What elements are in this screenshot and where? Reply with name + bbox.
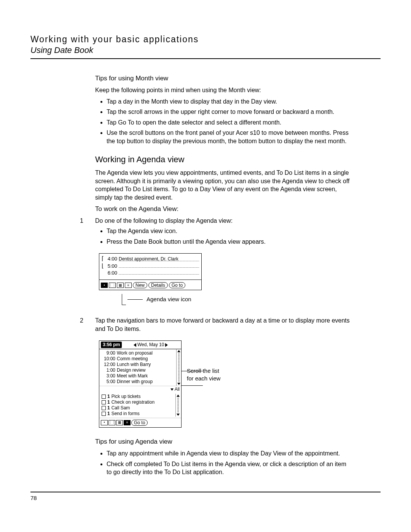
scroll-up-icon[interactable]	[177, 350, 180, 352]
header-sub: Using Date Book	[30, 45, 381, 55]
todo-list: 1Pick up tickets 1Check on registration …	[102, 394, 175, 417]
list-item: Tap a day in the Month view to display t…	[107, 97, 350, 106]
prev-day-icon[interactable]	[134, 343, 136, 347]
header-rule	[30, 58, 381, 59]
next-day-icon[interactable]	[165, 343, 168, 347]
checkbox-icon[interactable]	[102, 406, 106, 410]
list-item: Check off completed To Do List items in …	[107, 460, 350, 476]
list-item: Tap Go To to open the date selector and …	[107, 118, 350, 127]
time-label: 5:00	[104, 263, 119, 270]
list-item: Tap the scroll arrows in the upper right…	[107, 108, 350, 116]
date-nav[interactable]: Wed, May 10	[122, 342, 180, 348]
list-item: Press the Date Book button until the Age…	[107, 238, 350, 246]
step-text: Do one of the following to display the A…	[95, 217, 350, 225]
week-view-icon[interactable]: ⋮⋮	[108, 420, 115, 425]
checkbox-icon[interactable]	[102, 395, 106, 399]
month-tips-title: Tips for using Month view	[95, 74, 350, 83]
list-item[interactable]: 1:00Design review	[102, 367, 175, 373]
date-label: Wed, May 10	[137, 342, 164, 348]
month-view-icon[interactable]: ▦	[117, 283, 124, 288]
goto-button[interactable]: Go to	[131, 420, 148, 426]
details-button[interactable]: Details	[148, 282, 168, 288]
checkbox-icon[interactable]	[102, 412, 106, 416]
day-view-icon[interactable]: •	[101, 420, 108, 425]
figure-agenda-view: 3:56 pm Wed, May 10 9:00Work on proposal…	[99, 340, 350, 428]
scrollbar[interactable]	[176, 349, 181, 386]
clock-display: 3:56 pm	[101, 342, 122, 348]
scroll-up-icon[interactable]	[177, 395, 180, 397]
time-label: 6:00	[104, 270, 119, 276]
figure-day-view: ⌈ 4:00 Dentist appoinment, Dr. Clark ⌊ 5…	[99, 253, 202, 305]
month-view-icon[interactable]: ▦	[116, 420, 123, 425]
callout: Agenda view icon	[122, 294, 202, 305]
selection-bracket-icon: ⌈	[102, 257, 104, 260]
month-tips-intro: Keep the following points in mind when u…	[95, 86, 350, 94]
step-number: 2	[80, 316, 95, 333]
callout-label: Agenda view icon	[147, 296, 191, 303]
step-2: 2 Tap the navigation bars to move forwar…	[80, 316, 350, 333]
appointment-text[interactable]: Dentist appoinment, Dr. Clark	[119, 256, 199, 261]
list-item[interactable]: 1Pick up tickets	[102, 394, 175, 399]
step-1: 1 Do one of the following to display the…	[80, 217, 350, 225]
agenda-tips-title: Tips for using Agenda view	[95, 438, 350, 446]
list-item[interactable]: 10:00Comm meeting	[102, 356, 175, 362]
empty-slot[interactable]	[119, 263, 199, 268]
scroll-down-icon[interactable]	[177, 414, 180, 416]
step1-bullets: Tap the Agenda view icon. Press the Date…	[95, 227, 350, 246]
step-number: 1	[80, 217, 95, 225]
list-item[interactable]: 9:00Work on proposal	[102, 350, 175, 356]
appointment-list: 9:00Work on proposal 10:00Comm meeting 1…	[99, 349, 176, 386]
agenda-intro: The Agenda view lets you view appointmen…	[95, 169, 350, 201]
agenda-title: Working in Agenda view	[95, 154, 350, 165]
list-item[interactable]: 1Send in forms	[102, 411, 175, 417]
goto-button[interactable]: Go to	[169, 282, 185, 288]
list-item[interactable]: 1Call Sam	[102, 405, 175, 411]
list-item[interactable]: 5:00Dinner with group	[102, 379, 175, 385]
time-label: 4:00	[104, 256, 119, 262]
scrollbar[interactable]	[175, 394, 180, 417]
callout: Scroll the list for each view	[187, 340, 220, 383]
list-item[interactable]: 12:00Lunch with Barry	[102, 362, 175, 367]
empty-slot[interactable]	[119, 270, 199, 275]
list-item[interactable]: 3:00Meet with Mark	[102, 373, 175, 379]
dropdown-icon[interactable]	[170, 388, 174, 391]
page-number: 78	[30, 495, 381, 501]
new-button[interactable]: New	[133, 282, 147, 288]
day-view-icon[interactable]: •	[101, 283, 108, 288]
list-item: Use the scroll buttons on the front pane…	[107, 129, 350, 145]
list-item[interactable]: 1Check on registration	[102, 399, 175, 405]
callout-label: for each view	[187, 375, 220, 382]
scroll-down-icon[interactable]	[177, 383, 180, 385]
week-view-icon[interactable]: ⋮⋮	[109, 283, 116, 288]
footer-rule	[30, 492, 381, 492]
page-header: Working with your basic applications Usi…	[30, 34, 381, 55]
step-text: Tap the navigation bars to move forward …	[95, 316, 350, 333]
agenda-view-icon[interactable]: ≡	[124, 420, 131, 425]
list-item: Tap the Agenda view icon.	[107, 227, 350, 235]
header-main: Working with your basic applications	[30, 34, 381, 45]
list-item: Tap any appointment while in Agenda view…	[107, 449, 350, 458]
selection-bracket-icon: ⌊	[102, 264, 104, 268]
agenda-tips-list: Tap any appointment while in Agenda view…	[95, 449, 350, 476]
checkbox-icon[interactable]	[102, 400, 106, 404]
agenda-view-icon[interactable]: ≡	[125, 283, 132, 288]
agenda-work-title: To work on the Agenda View:	[95, 205, 350, 214]
month-tips-list: Tap a day in the Month view to display t…	[95, 97, 350, 145]
filter-all[interactable]: All	[175, 387, 180, 392]
